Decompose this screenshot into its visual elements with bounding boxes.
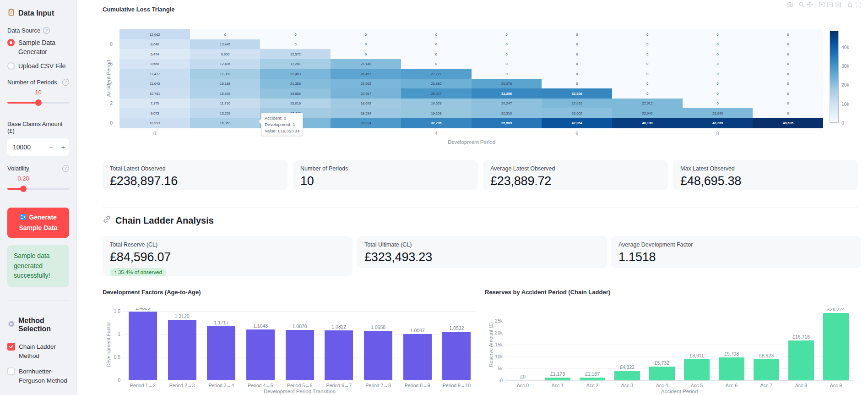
num-periods-slider[interactable]: 10: [7, 97, 69, 110]
plotly-modebar: [787, 1, 862, 8]
heatmap-cell: 32,626: [542, 88, 612, 99]
metric-label: Average Latest Observed: [490, 165, 661, 172]
base-claims-input[interactable]: 10000 − +: [7, 138, 69, 156]
colorbar-tick: 40k: [841, 44, 849, 50]
tooltip-development: Development: 1: [265, 121, 299, 128]
card-label: Total Reserve (CL): [110, 241, 345, 248]
zoom-icon[interactable]: [798, 1, 805, 8]
heatmap-cell: 19,028: [401, 99, 472, 109]
volatility-label: Volatility ?: [7, 165, 69, 172]
colorbar-tick: 30k: [841, 63, 849, 69]
heatmap-cell: 0: [612, 29, 683, 39]
heatmap-cell: 0: [612, 49, 683, 59]
bar: [823, 313, 849, 380]
gridline: [123, 311, 476, 312]
base-claims-label: Base Claims Amount (£): [7, 121, 69, 134]
reserves-bar-chart[interactable]: 05k10k15k20k25k£0Acc 0£1,173Acc 1£1,187A…: [485, 308, 861, 395]
bar: [754, 359, 779, 380]
heatmap-cell: 18,534: [331, 108, 401, 118]
heatmap-cell: 11,645: [119, 79, 190, 89]
bar: [719, 357, 744, 380]
heatmap-x-tick: 8: [716, 131, 719, 136]
decrement-button[interactable]: −: [45, 143, 57, 151]
fullscreen-icon[interactable]: [855, 1, 862, 8]
heatmap-cell: 0: [683, 99, 753, 109]
bar-value-label: £16,716: [792, 334, 810, 340]
bar-value-label: £8,923: [759, 353, 774, 358]
app: Data Input Data Source ? Sample Data Gen…: [0, 0, 868, 395]
heatmap-x-tick: 6: [575, 131, 578, 136]
loss-triangle-heatmap[interactable]: 12,0620000000008,64613,445000000006,4749…: [119, 29, 823, 128]
metric-label: Number of Periods: [300, 165, 471, 172]
metric-value: £48,695.38: [680, 174, 851, 188]
slider-thumb[interactable]: [35, 99, 42, 106]
link-icon: [103, 215, 111, 226]
increment-button[interactable]: +: [57, 143, 69, 151]
heatmap-cell: 0: [753, 49, 823, 59]
heatmap-cell: 0: [612, 59, 683, 69]
bar-value-label: £28,224: [827, 308, 845, 312]
metric-value: £23,889.72: [490, 174, 661, 188]
heatmap-cell: 46,235: [683, 118, 753, 128]
x-axis-category: Period 9→10: [443, 383, 471, 388]
heatmap-cell: 11,710: [190, 99, 260, 109]
heatmap-cell: 23,880: [401, 79, 472, 89]
heatmap-cell: 10,751: [119, 88, 190, 99]
heatmap-cell: 0: [753, 39, 823, 49]
status-badge: ↑ 35.4% of observed: [110, 268, 166, 276]
zoom-in-icon[interactable]: [819, 1, 825, 8]
heatmap-cell: 0: [331, 29, 401, 39]
pan-icon[interactable]: [807, 1, 813, 8]
home-icon[interactable]: [847, 1, 853, 8]
dice-icon: [20, 214, 29, 221]
heatmap-cell: 0: [472, 69, 542, 79]
heatmap-cell: 17,261: [260, 59, 331, 69]
heatmap-y-axis-title: Accident Period: [106, 60, 111, 97]
heatmap-cell: 20,247: [472, 99, 542, 109]
dev-factors-bar-chart[interactable]: 00.511.51.4889Period 1→21.3120Period 2→3…: [103, 308, 481, 395]
metric-total-latest-observed: Total Latest Observed £238,897.16: [103, 160, 288, 190]
help-icon[interactable]: ?: [43, 27, 50, 34]
bar-value-label: 1.1043: [253, 323, 268, 329]
colorbar-tick: 10k: [841, 101, 849, 107]
x-axis-category: Period 2→3: [169, 383, 195, 388]
bar: [580, 378, 605, 380]
base-claims-value[interactable]: 10000: [7, 143, 45, 151]
checkbox-chain-ladder-method[interactable]: Chain Ladder Method: [7, 342, 69, 361]
heatmap-cell: 17,392: [190, 69, 260, 79]
heatmap-x-tick: 4: [435, 131, 438, 136]
bar: [545, 378, 570, 380]
reserves-chart-title: Reserves by Accident Period (Chain Ladde…: [485, 289, 610, 296]
x-axis-category: Period 6→7: [326, 383, 352, 388]
heatmap-cell: 16,188: [190, 79, 260, 89]
radio-sample-data-generator[interactable]: Sample Data Generator: [7, 38, 69, 57]
volatility-slider[interactable]: 0.20: [7, 183, 69, 196]
sidebar-divider: [7, 301, 69, 301]
autoscale-icon[interactable]: [835, 1, 841, 8]
method-selection-title: Method Selection: [7, 317, 69, 333]
gridline: [505, 321, 853, 321]
bar-value-label: £0: [520, 374, 526, 379]
heatmap-cell: 0: [472, 59, 542, 69]
heatmap-hover-tooltip: Accident: 0 Development: 1 Value: £16,35…: [261, 113, 303, 136]
help-icon[interactable]: ?: [62, 79, 69, 86]
metric-label: Total Latest Observed: [110, 165, 280, 172]
help-icon[interactable]: ?: [62, 165, 69, 172]
heatmap-cell: 11,477: [119, 69, 190, 79]
heatmap-cell: 0: [542, 69, 612, 79]
y-axis-title: Reserve Amount (£): [488, 322, 494, 367]
metric-value: £238,897.16: [110, 174, 280, 188]
heatmap-cell: 20,310: [472, 108, 542, 118]
zoom-out-icon[interactable]: [827, 1, 833, 8]
heatmap-cell: 22,012: [612, 99, 683, 109]
camera-icon[interactable]: [787, 1, 793, 8]
heatmap-cell: 26,578: [472, 79, 542, 89]
generate-sample-data-button[interactable]: Generate Sample Data: [7, 208, 69, 238]
radio-upload-csv-file[interactable]: Upload CSV File: [7, 61, 69, 71]
radio-label: Upload CSV File: [18, 61, 66, 71]
slider-thumb[interactable]: [20, 186, 27, 192]
x-axis-category: Acc 7: [760, 383, 772, 388]
bar-value-label: 1.3120: [174, 313, 189, 319]
checkbox-bornhuetter-ferguson-method[interactable]: Bornhuetter-Ferguson Method: [7, 367, 69, 386]
method-selection-title-text: Method Selection: [18, 317, 69, 333]
